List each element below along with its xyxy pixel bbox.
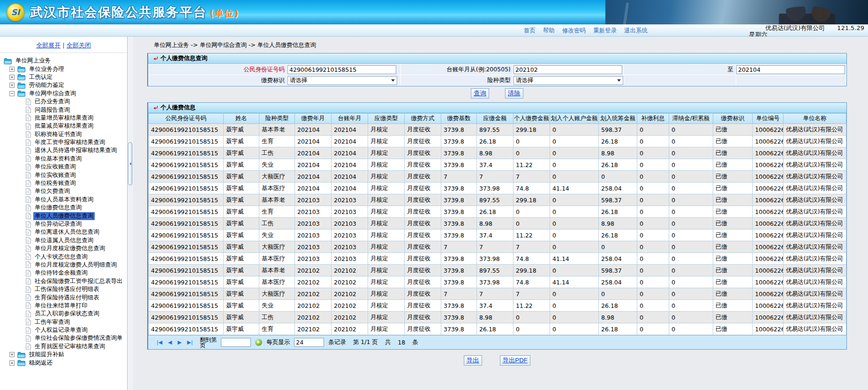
- tree-item[interactable]: 生育保险待遇应付明细表: [0, 293, 127, 301]
- tree-item-label[interactable]: 稳岗返还: [28, 359, 54, 367]
- tree-item[interactable]: 社会保险缴费工资申报汇总表导出: [0, 277, 127, 285]
- tree-item[interactable]: 个人卡状态信息查询: [0, 252, 127, 260]
- top-link[interactable]: 帮助: [543, 27, 555, 35]
- top-link[interactable]: 退出系统: [624, 27, 648, 35]
- tree-item-label[interactable]: 单位人员基本资料查询: [33, 196, 95, 204]
- tree-item-label[interactable]: 单位异动记录查询: [33, 220, 83, 228]
- tree-item-label[interactable]: 生育保险待遇应付明细表: [33, 294, 101, 302]
- tree-item-label[interactable]: 问题报告查询: [33, 106, 71, 114]
- tree-item[interactable]: 退休人员待遇申报审核结果查询: [0, 146, 127, 154]
- top-link[interactable]: 修改密码: [562, 27, 586, 35]
- tree-item[interactable]: 单位待转金余额查询: [0, 269, 127, 277]
- tree-item-label[interactable]: 员工入职前参保状态查询: [33, 310, 101, 318]
- tree-item-label[interactable]: 单位月度核定缴费信息查询: [33, 245, 106, 252]
- tree-item[interactable]: 单位社会保险参保缴费情况查询单: [0, 334, 127, 342]
- table-row[interactable]: 429006199210158515聂宇威大额医疗202102202102月核定…: [149, 288, 846, 300]
- table-row[interactable]: 429006199210158515聂宇威工伤202104202104月核定月度…: [149, 147, 846, 159]
- tree-item-label[interactable]: 单位税务账查询: [33, 179, 77, 187]
- query-button[interactable]: 查询: [471, 88, 489, 99]
- tree-item[interactable]: 问题报告查询: [0, 106, 127, 114]
- goto-page-input[interactable]: [221, 338, 251, 347]
- tree-item-label[interactable]: 职称资格证书查询: [33, 130, 83, 138]
- tree-item[interactable]: 单位人员缴费信息查询: [0, 212, 127, 220]
- tree-item-label[interactable]: 退休人员待遇申报审核结果查询: [33, 146, 118, 154]
- export-button[interactable]: 导出: [464, 355, 482, 366]
- tree-item[interactable]: 职称资格证书查询: [0, 130, 127, 138]
- tree-item[interactable]: 生育就医登记审核结果查询: [0, 343, 127, 351]
- tree-item-label[interactable]: 单位待转金余额查询: [33, 269, 89, 277]
- form-select[interactable]: 请选择: [287, 76, 397, 85]
- tree-item[interactable]: +工伤认定: [0, 73, 127, 81]
- table-row[interactable]: 429006199210158515聂宇威失业202104202104月核定月度…: [149, 159, 846, 171]
- tree-item[interactable]: 批量减员审核结果查询: [0, 122, 127, 130]
- tree-item-label[interactable]: 工伤认定: [28, 73, 54, 81]
- tree-item-label[interactable]: 单位欠费查询: [33, 187, 71, 195]
- next-page-button[interactable]: ▶: [178, 339, 181, 345]
- per-page-input[interactable]: [294, 338, 324, 347]
- tree-item-label[interactable]: 单位遗属人员信息查询: [33, 237, 95, 245]
- prev-page-button[interactable]: ◀: [168, 339, 172, 345]
- collapse-icon[interactable]: −: [9, 91, 15, 96]
- tree-item-label[interactable]: 批量增员审核结果查询: [33, 114, 95, 122]
- tree-item[interactable]: 单位离退休人员信息查询: [0, 228, 127, 236]
- first-page-button[interactable]: |◀: [157, 339, 162, 345]
- tree-item-label[interactable]: 单位网上业务: [14, 57, 52, 65]
- tree-item-label[interactable]: 单位人员缴费信息查询: [33, 212, 95, 220]
- tree-item-label[interactable]: 单位基本资料查询: [33, 155, 83, 163]
- sidebar-splitter[interactable]: [128, 37, 133, 390]
- table-row[interactable]: 429006199210158515聂宇威生育202103202103月核定月度…: [149, 206, 846, 218]
- sidebar-collapse-handle[interactable]: [128, 142, 132, 185]
- tree-item[interactable]: 单位应收账查询: [0, 163, 127, 171]
- tree-item[interactable]: +稳岗返还: [0, 359, 127, 367]
- form-select[interactable]: 请选择: [513, 76, 623, 85]
- form-input[interactable]: [287, 65, 396, 74]
- form-input[interactable]: [736, 65, 845, 74]
- tree-item[interactable]: 批量增员审核结果查询: [0, 114, 127, 122]
- form-input[interactable]: [513, 65, 622, 74]
- tree-item[interactable]: 单位缴费信息查询: [0, 204, 127, 212]
- tree-item[interactable]: 单位月度核定缴费信息查询: [0, 245, 127, 252]
- table-row[interactable]: 429006199210158515聂宇威基本医疗202104202104月核定…: [149, 183, 846, 194]
- tree-item[interactable]: 单位基本资料查询: [0, 155, 127, 163]
- tree-item[interactable]: 单位欠费查询: [0, 187, 127, 195]
- tree-item[interactable]: 单位网上业务: [0, 57, 127, 65]
- table-row[interactable]: 429006199210158515聂宇威基本医疗202102202102月核定…: [149, 276, 846, 288]
- expand-icon[interactable]: +: [9, 67, 15, 72]
- collapse-all-link[interactable]: 全部关闭: [67, 42, 91, 49]
- go-refresh-icon[interactable]: [255, 339, 262, 346]
- table-row[interactable]: 429006199210158515聂宇威工伤202103202103月核定月度…: [149, 218, 846, 229]
- tree-item-label[interactable]: 单位业务办理: [28, 65, 66, 73]
- clear-button[interactable]: 清除: [505, 88, 523, 99]
- table-row[interactable]: 429006199210158515聂宇威基本医疗202103202103月核定…: [149, 253, 846, 265]
- tree-item[interactable]: +劳动能力鉴定: [0, 81, 127, 89]
- tree-item[interactable]: 单位往来结算单打印: [0, 302, 127, 310]
- tree-item-label[interactable]: 年度工资申报审核结果查询: [33, 138, 106, 146]
- tree-item[interactable]: 单位月度核定缴费人员明细查询: [0, 261, 127, 269]
- tree-item-label[interactable]: 劳动能力鉴定: [28, 81, 66, 89]
- tree-item-label[interactable]: 单位实收账查询: [33, 171, 77, 179]
- tree-item[interactable]: 单位实收账查询: [0, 171, 127, 179]
- top-link[interactable]: 重新登录: [593, 27, 617, 35]
- table-row[interactable]: 429006199210158515聂宇威基本养老202104202104月核定…: [149, 124, 846, 136]
- tree-item-label[interactable]: 技能提升补贴: [28, 351, 66, 359]
- tree-item-label[interactable]: 单位往来结算单打印: [33, 302, 89, 310]
- tree-item[interactable]: +技能提升补贴: [0, 351, 127, 359]
- export-pdf-button[interactable]: 导出PDF: [500, 355, 530, 366]
- tree-item[interactable]: 个人权益记录单查询: [0, 326, 127, 334]
- tree-item-label[interactable]: 社会保险缴费工资申报汇总表导出: [33, 277, 124, 285]
- table-row[interactable]: 429006199210158515聂宇威大额医疗202103202103月核定…: [149, 241, 846, 253]
- tree-item-label[interactable]: 工伤年审查询: [33, 318, 71, 326]
- table-row[interactable]: 429006199210158515聂宇威大额医疗202104202104月核定…: [149, 171, 846, 183]
- tree-item[interactable]: 工伤保险待遇应付明细表: [0, 285, 127, 293]
- expand-icon[interactable]: +: [9, 75, 15, 80]
- tree-item-label[interactable]: 个人权益记录单查询: [33, 326, 89, 334]
- expand-all-link[interactable]: 全部展开: [36, 42, 60, 49]
- tree-item-label[interactable]: 批量减员审核结果查询: [33, 122, 95, 130]
- top-link[interactable]: 首页: [524, 27, 536, 35]
- tree-item[interactable]: 单位遗属人员信息查询: [0, 237, 127, 245]
- tree-item[interactable]: 单位人员基本资料查询: [0, 196, 127, 204]
- expand-icon[interactable]: +: [9, 360, 15, 366]
- table-row[interactable]: 429006199210158515聂宇威生育202104202104月核定月度…: [149, 136, 846, 147]
- table-row[interactable]: 429006199210158515聂宇威失业202103202103月核定月度…: [149, 229, 846, 241]
- tree-item[interactable]: −单位网申综合查询: [0, 90, 127, 98]
